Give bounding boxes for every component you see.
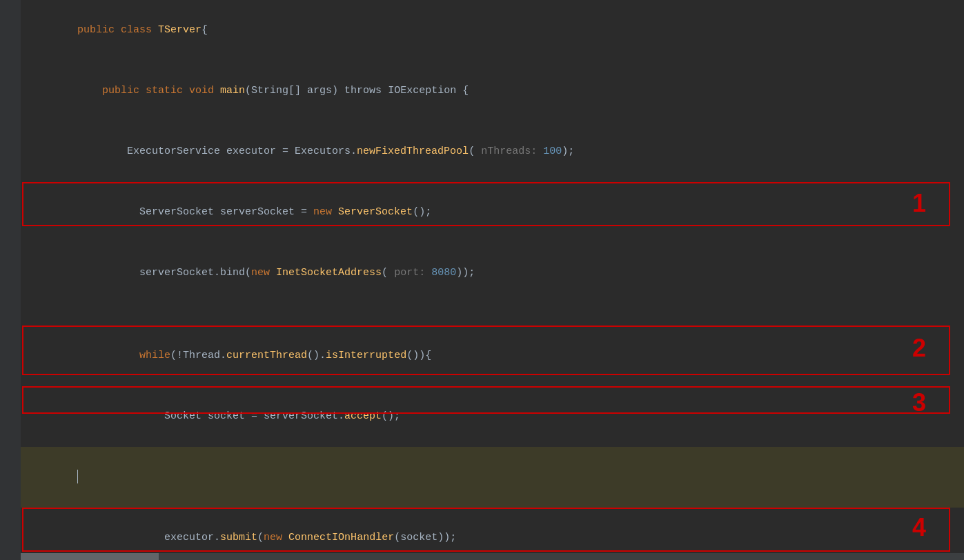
plain-text: (); [382, 410, 400, 422]
keyword-while: while [139, 350, 170, 361]
param-hint: port: [388, 267, 431, 279]
table-row: Socket socket = serverSocket.accept(); [0, 386, 964, 447]
table-row: public class TServer{ [0, 0, 964, 61]
line-content [21, 448, 78, 506]
box-label-4: 4 [912, 513, 926, 542]
line-content: Socket socket = serverSocket.accept(); [21, 388, 400, 446]
method-name: main [220, 85, 245, 97]
class-name: ServerSocket [338, 206, 413, 218]
line-content: ExecutorService executor = Executors.new… [21, 123, 574, 181]
table-row: executor.submit(new ConnectIOnHandler(so… [0, 508, 964, 553]
line-content: serverSocket.bind(new InetSocketAddress(… [21, 244, 475, 302]
plain-text: (!Thread. [170, 350, 226, 361]
keyword: new [313, 206, 338, 218]
box-4-region: 4 executor.submit(new ConnectIOnHandler(… [0, 508, 964, 553]
editor: public class TServer{ public static void… [0, 0, 964, 560]
table-row [0, 447, 964, 508]
line-content: executor.submit(new ConnectIOnHandler(so… [21, 509, 456, 553]
param-hint: nThreads: [475, 146, 543, 157]
class-name: ConnectIOnHandler [288, 532, 394, 543]
method-name: submit [220, 532, 257, 543]
table-row: while(!Thread.currentThread().isInterrup… [0, 326, 964, 386]
table-row: public static void main(String[] args) t… [0, 61, 964, 121]
plain-text: { [201, 24, 208, 36]
keyword: public [102, 85, 146, 97]
plain-text: (String[] args) throws IOException { [245, 85, 469, 97]
keyword: class [121, 24, 158, 36]
plain-text: ExecutorService executor = Executors. [127, 146, 357, 157]
box-label-3: 3 [912, 388, 926, 417]
class-name: InetSocketAddress [276, 267, 382, 279]
box-label-2: 2 [912, 334, 926, 363]
plain-text: ); [562, 146, 574, 157]
keyword: static [146, 85, 189, 97]
plain-text: ( [469, 146, 475, 157]
method-name: accept [344, 410, 382, 422]
box-3-region: 3 Socket socket = serverSocket.accept(); [0, 386, 964, 447]
line-content: ServerSocket serverSocket = new ServerSo… [21, 183, 431, 241]
plain-text: (socket)); [394, 532, 456, 543]
line-content: public static void main(String[] args) t… [21, 62, 469, 120]
plain-text: serverSocket.bind( [139, 267, 251, 279]
line-gutter-bg [0, 0, 21, 560]
box-label-1: 1 [912, 189, 926, 218]
plain-text: ServerSocket serverSocket = [139, 206, 313, 218]
number-literal: 100 [543, 146, 562, 157]
plain-text: )); [456, 267, 475, 279]
method-name: newFixedThreadPool [357, 146, 469, 157]
plain-text: (). [307, 350, 326, 361]
box-1-region: 1 ServerSocket serverSocket = new Server… [0, 182, 964, 303]
table-row: ExecutorService executor = Executors.new… [0, 121, 964, 182]
keyword: new [264, 532, 288, 543]
scrollbar-bottom-thumb[interactable] [21, 553, 159, 560]
code-area[interactable]: public class TServer{ public static void… [0, 0, 964, 553]
class-name: TServer [158, 24, 201, 36]
plain-text: ()){ [406, 350, 431, 361]
cursor [77, 470, 78, 483]
plain-text: Socket socket = serverSocket. [164, 410, 344, 422]
table-row [0, 303, 964, 326]
line-content: while(!Thread.currentThread().isInterrup… [21, 327, 431, 385]
table-row: serverSocket.bind(new InetSocketAddress(… [0, 243, 964, 303]
plain-text: (); [413, 206, 431, 218]
plain-text: ( [382, 267, 388, 279]
scrollbar-bottom[interactable] [21, 553, 956, 560]
method-name: isInterrupted [326, 350, 406, 361]
keyword: public [77, 24, 121, 36]
keyword: new [251, 267, 276, 279]
box-2-region: 2 while(!Thread.currentThread().isInterr… [0, 326, 964, 386]
plain-text: ( [257, 532, 264, 543]
line-content: public class TServer{ [21, 1, 208, 59]
number-literal: 8080 [431, 267, 456, 279]
method-name: currentThread [226, 350, 307, 361]
table-row: ServerSocket serverSocket = new ServerSo… [0, 182, 964, 243]
keyword: void [189, 85, 220, 97]
plain-text: executor. [164, 532, 220, 543]
line-content [21, 305, 34, 324]
